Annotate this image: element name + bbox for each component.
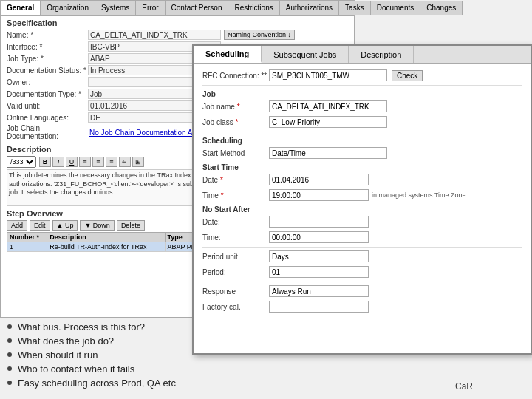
italic-btn[interactable]: I [52,157,64,167]
response-input[interactable] [269,285,369,297]
bullet-text-2: What does the job do? [18,335,114,347]
date-input[interactable] [269,174,369,185]
period-unit-label: Period unit [202,253,269,261]
time-input[interactable] [269,189,369,201]
col-number: Number * [7,233,47,242]
no-start-date-label: Date: [202,218,269,226]
name-value[interactable]: CA_DELTA_ATI_INDFX_TRK [88,30,221,40]
bullet-dot-5 [7,381,12,385]
period-row: Period: [202,266,522,278]
tab-documents[interactable]: Documents [371,1,421,15]
bullet-4: Who to contact when it fails [7,364,229,375]
interface-label: Interface: * [7,43,88,51]
down-step-btn[interactable]: ▼ Down [80,220,114,231]
bullet-5: Easy scheduling across Prod, QA etc [7,378,229,389]
tab-organization[interactable]: Organization [41,1,95,15]
tab-subsequent-jobs[interactable]: Subsequent Jobs [262,46,349,63]
tab-changes[interactable]: Changes [420,1,463,15]
date-label: Date [202,176,269,184]
delete-step-btn[interactable]: Delete [117,220,145,231]
valid-until-label: Valid until: [7,102,88,110]
start-time-header: Start Time [202,163,522,171]
return-btn[interactable]: ↵ [119,157,131,167]
bullet-dot-1 [7,324,12,329]
start-method-input[interactable] [269,147,387,159]
popup-content: RFC Connection: ** Check Job Job name Jo… [194,64,531,322]
doc-status-label: Documentation Status: * [7,66,88,75]
factory-label: Factory cal. [202,303,269,311]
no-start-time-row: Time: [202,231,522,243]
rfc-label: RFC Connection: ** [202,72,269,80]
name-row: Name: * CA_DELTA_ATI_INDFX_TRK Naming Co… [7,30,348,40]
tab-auth[interactable]: Authorizations [280,1,339,15]
edit-step-btn[interactable]: Edit [30,220,50,231]
cell-number: 1 [7,242,47,252]
factory-input[interactable] [269,301,369,313]
main-tab-bar: General Organization Systems Error Conta… [1,1,354,16]
response-label: Response [202,287,269,296]
period-label: Period: [202,268,269,276]
up-step-btn[interactable]: ▲ Up [52,220,78,231]
table-btn[interactable]: ⊞ [132,157,144,167]
bold-btn[interactable]: B [39,157,51,167]
factory-row: Factory cal. [202,301,522,313]
timezone-note: in managed systems Time Zone [372,191,466,199]
tab-contact[interactable]: Contact Person [166,1,229,15]
time-label: Time [202,191,269,200]
tab-systems[interactable]: Systems [95,1,136,15]
response-row: Response [202,285,522,297]
align-left-btn[interactable]: ≡ [79,157,91,167]
bullet-dot-2 [7,338,12,343]
no-start-date-input[interactable] [269,216,369,228]
tab-restrictions[interactable]: Restrictions [228,1,279,15]
job-name-label: Job name [202,103,269,111]
bullet-text-5: Easy scheduling across Prod, QA etc [18,378,176,389]
rfc-input[interactable] [269,69,387,81]
cell-description: Re-build TR-Auth-Index for TRax [47,242,165,252]
scheduling-popup: Scheduling Subsequent Jobs Description R… [192,44,532,355]
job-class-row: Job class [202,116,522,128]
rfc-row: RFC Connection: ** Check [202,69,522,81]
tab-tasks[interactable]: Tasks [339,1,371,15]
align-right-btn[interactable]: ≡ [106,157,117,167]
col-description: Description [47,233,165,242]
start-method-label: Start Method [202,149,269,157]
spec-title: Specification [7,18,348,27]
naming-convention-btn[interactable]: Naming Convention ↓ [224,30,295,40]
job-chain-label: Job Chain Documentation: [7,124,88,140]
bullet-text-4: Who to contact when it fails [18,364,134,375]
bullet-text-3: When should it run [18,349,98,361]
job-class-input[interactable] [269,116,387,128]
add-step-btn[interactable]: Add [7,220,27,231]
no-start-after-header: No Start After [202,205,522,214]
divider-4 [202,282,522,282]
job-type-label: Job Type: * [7,55,88,63]
online-label: Online Languages: [7,114,88,122]
job-name-row: Job name [202,100,522,112]
job-name-input[interactable] [269,100,387,112]
tab-scheduling[interactable]: Scheduling [194,46,262,63]
no-start-time-input[interactable] [269,231,369,243]
time-row: Time in managed systems Time Zone [202,189,522,201]
footer-car: CaR [455,381,473,392]
start-method-row: Start Method [202,147,522,159]
job-class-label: Job class [202,118,269,126]
desc-dropdown[interactable]: /333 [7,156,36,168]
no-start-date-row: Date: [202,216,522,228]
check-button[interactable]: Check [392,70,423,81]
date-row: Date [202,174,522,185]
period-unit-row: Period unit [202,250,522,262]
tab-error[interactable]: Error [136,1,165,15]
period-unit-input[interactable] [269,250,369,262]
popup-tab-bar: Scheduling Subsequent Jobs Description [194,46,531,64]
period-input[interactable] [269,266,369,278]
tab-description[interactable]: Description [349,46,414,63]
divider-2 [202,132,522,132]
bullet-text-1: What bus. Process is this for? [18,321,145,332]
bullet-dot-4 [7,366,12,371]
underline-btn[interactable]: U [66,157,78,167]
tab-general[interactable]: General [1,1,41,15]
align-center-btn[interactable]: ≡ [92,157,104,167]
doc-type-label: Documentation Type: * [7,90,88,98]
owner-label: Owner: [7,78,88,86]
